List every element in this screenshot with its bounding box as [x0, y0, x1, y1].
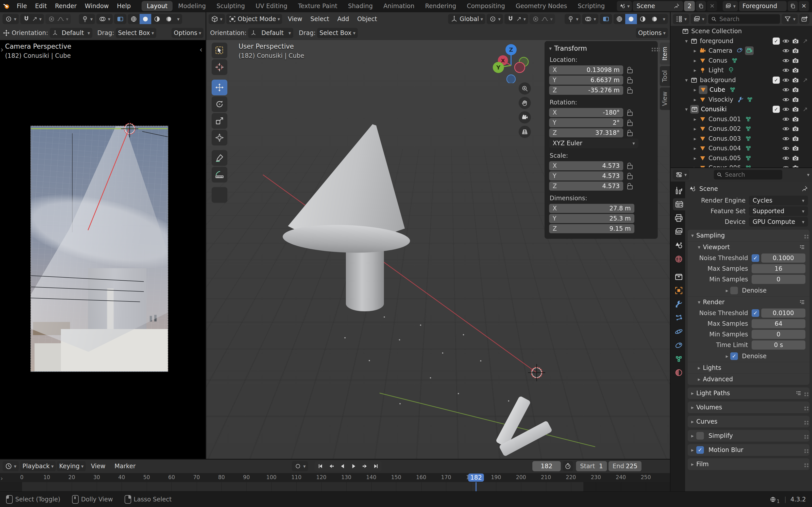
viewport-menu-add[interactable]: Add: [333, 15, 353, 22]
outliner-display-mode-button[interactable]: ▾: [673, 14, 689, 24]
motion-blur-checkbox[interactable]: ✓: [696, 446, 704, 454]
collapse-icon[interactable]: ▾: [549, 45, 552, 51]
rotate-tool-button[interactable]: [212, 96, 227, 112]
panel-header[interactable]: ▸Film: [688, 458, 809, 470]
transform-dimensions-z-field[interactable]: Z9.15 m: [549, 224, 635, 233]
expand-icon[interactable]: ▸: [691, 87, 699, 93]
expand-icon[interactable]: ▸: [691, 390, 694, 396]
feature-set-dropdown[interactable]: Supported▾: [749, 206, 808, 216]
preset-icon[interactable]: [799, 299, 805, 305]
view-layer-selector-button[interactable]: ▾: [723, 1, 738, 11]
panel-motion-blur[interactable]: ▸✓Motion Blur: [688, 444, 809, 456]
timeline-ruler[interactable]: 0102030405060708090100110120130140150160…: [0, 473, 670, 482]
unlock-icon[interactable]: [627, 90, 632, 94]
jumpend-button[interactable]: [370, 461, 382, 471]
eye-icon[interactable]: [782, 37, 790, 45]
camera-view-button[interactable]: [519, 111, 531, 123]
panel-header[interactable]: ▸Curves: [688, 416, 809, 428]
rotation-mode-dropdown[interactable]: XYZ Euler▾: [549, 138, 639, 148]
outliner-row-foreground[interactable]: ▾foreground✓↗: [670, 36, 812, 46]
expand-icon[interactable]: ▸: [691, 48, 699, 54]
panel-header[interactable]: ▸Simplify: [688, 430, 809, 442]
workspace-tab-scripting[interactable]: Scripting: [573, 1, 610, 11]
panel-header[interactable]: ▸Light Paths: [688, 387, 809, 399]
eye-icon[interactable]: [782, 145, 790, 152]
outliner-row-conus-003[interactable]: ▸Conus.003: [670, 134, 812, 144]
timeline-menu-playback[interactable]: Playback▾: [20, 461, 56, 471]
scale-tool-button[interactable]: [212, 113, 227, 129]
editor-type-button[interactable]: ▾: [3, 461, 19, 471]
properties-tab-object[interactable]: [672, 284, 685, 297]
collapse-icon[interactable]: ▾: [698, 299, 700, 305]
max-samples-value[interactable]: 16: [752, 264, 805, 273]
panel-simplify[interactable]: ▸Simplify: [688, 430, 809, 442]
camera-restrict-icon[interactable]: [792, 135, 799, 143]
viewport-menu-select[interactable]: Select: [306, 15, 333, 22]
collapse-icon[interactable]: ▾: [691, 232, 694, 238]
viewport-denoise-checkbox[interactable]: [730, 287, 738, 294]
blender-logo-icon[interactable]: [3, 2, 11, 10]
add-cube-tool-button[interactable]: [212, 187, 227, 203]
properties-tab-object-data[interactable]: [672, 353, 685, 365]
drag-handle-icon[interactable]: [804, 392, 806, 394]
timeline-track[interactable]: [0, 482, 670, 492]
zoom-button[interactable]: [519, 82, 531, 95]
outliner-search[interactable]: [708, 14, 780, 24]
workspace-tab-animation[interactable]: Animation: [378, 1, 419, 11]
playhead[interactable]: 182: [468, 473, 484, 482]
outliner-row-conus-004[interactable]: ▸Conus.004: [670, 144, 812, 153]
expand-icon[interactable]: ▸: [726, 287, 728, 293]
outliner-row-cube[interactable]: ▸Cube: [670, 85, 812, 95]
exclude-arrow-icon[interactable]: ↗: [803, 106, 808, 113]
shading-solid-button[interactable]: [140, 14, 151, 24]
transform-rotation-x-field[interactable]: X-180°: [549, 108, 623, 117]
eye-icon[interactable]: [782, 47, 790, 55]
properties-tab-world[interactable]: [672, 253, 685, 265]
view-layer-copy-button[interactable]: [788, 1, 798, 11]
unlock-icon[interactable]: [627, 112, 632, 116]
properties-tab-output[interactable]: [672, 212, 685, 224]
properties-tab-modifiers[interactable]: [672, 298, 685, 310]
snap-button[interactable]: ▾: [20, 14, 44, 24]
unlock-icon[interactable]: [627, 132, 632, 136]
frame-start-field[interactable]: Start 1: [576, 461, 607, 471]
expand-icon[interactable]: ▸: [691, 404, 694, 410]
expand-icon[interactable]: ▸: [691, 145, 699, 151]
expand-icon[interactable]: ▸: [691, 418, 694, 425]
workspace-tab-modeling[interactable]: Modeling: [173, 1, 211, 11]
max-samples-value[interactable]: 64: [752, 319, 805, 328]
expand-icon[interactable]: ▸: [691, 97, 699, 103]
eye-icon[interactable]: [782, 86, 790, 94]
properties-tab-tool[interactable]: [672, 184, 685, 197]
eye-icon[interactable]: [782, 57, 790, 64]
panel-header[interactable]: ▸✓Motion Blur: [688, 444, 809, 456]
camera-restrict-icon[interactable]: [792, 86, 799, 94]
app-menu-file[interactable]: File: [13, 3, 31, 10]
preset-icon[interactable]: [799, 244, 805, 250]
expand-icon[interactable]: ▾: [682, 77, 690, 83]
expand-icon[interactable]: ▸: [691, 447, 694, 453]
snap-button[interactable]: ▾: [504, 14, 528, 24]
panel-curves[interactable]: ▸Curves: [688, 416, 809, 428]
show-gizmo-button[interactable]: ▾: [565, 14, 581, 24]
shading-solid-button[interactable]: [625, 14, 637, 24]
shading-options-button[interactable]: ▾: [660, 14, 668, 24]
transform-location-y-field[interactable]: Y6.6637 m: [549, 75, 623, 85]
properties-tab-render[interactable]: [673, 198, 686, 210]
outliner-row-light[interactable]: ▸Light: [670, 65, 812, 75]
collapse-icon[interactable]: ▾: [698, 244, 700, 250]
transform-scale-z-field[interactable]: Z4.573: [549, 181, 623, 191]
app-menu-render[interactable]: Render: [51, 3, 81, 10]
drag-handle-icon[interactable]: [804, 421, 806, 422]
shading-material-button[interactable]: [637, 14, 649, 24]
nextkey-button[interactable]: [359, 461, 370, 471]
expand-icon[interactable]: ▸: [698, 365, 700, 371]
options-button[interactable]: Options ▾: [171, 28, 204, 38]
properties-display-button[interactable]: ▾: [673, 170, 689, 180]
cursor-tool-button[interactable]: [212, 59, 227, 75]
expand-icon[interactable]: ▸: [726, 353, 728, 359]
shading-options-button[interactable]: ▾: [174, 14, 182, 24]
drag-handle-icon[interactable]: [804, 463, 806, 465]
camera-viewport[interactable]: Camera Perspective (182) Conusiki | Cube…: [0, 40, 206, 459]
camera-restrict-icon[interactable]: [792, 105, 799, 113]
